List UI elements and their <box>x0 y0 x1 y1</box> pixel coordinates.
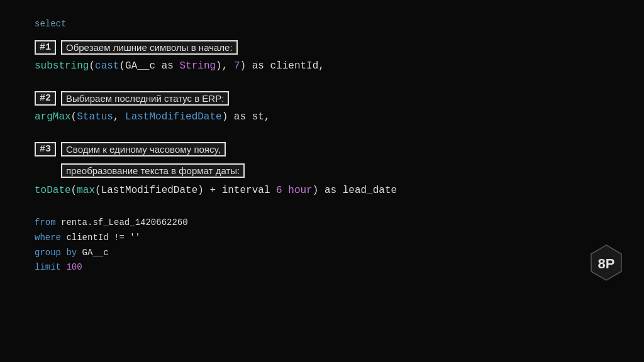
select-keyword: select <box>35 19 609 29</box>
groupby-keyword: group by <box>35 248 77 258</box>
comment-text-1: Обрезаем лишние символы в начале: <box>61 40 238 55</box>
code-line-3: toDate(max(LastModifiedDate) + interval … <box>35 183 609 198</box>
block-3: #3 Сводим к единому часовому поясу, прео… <box>35 142 609 198</box>
groupby-value: GA__c <box>77 248 108 258</box>
where-value: clientId != '' <box>61 233 140 243</box>
code-hour: hour <box>288 185 312 196</box>
comment-text-3a: Сводим к единому часовому поясу, <box>61 142 226 156</box>
limit-keyword: limit <box>35 262 61 272</box>
main-container: select #1 Обрезаем лишние символы в нача… <box>0 0 644 294</box>
from-keyword: from <box>35 217 56 228</box>
code-max: max <box>77 185 95 196</box>
block-2: #2 Выбираем последний статус в ERP: argM… <box>35 91 609 124</box>
badge-1: #1 <box>35 40 56 55</box>
comment-line-2: #2 Выбираем последний статус в ERP: <box>35 91 609 106</box>
limit-value: 100 <box>61 262 82 272</box>
footer-code: from renta.sf_Lead_1420662260 where clie… <box>35 216 609 275</box>
comment-text-2: Выбираем последний статус в ERP: <box>61 91 229 106</box>
logo-svg: 8P <box>587 244 625 282</box>
code-status: Status <box>77 111 113 123</box>
code-as-1: as <box>162 60 174 72</box>
comment-line-3b: преобразование текста в формат даты: <box>61 162 609 178</box>
badge-3: #3 <box>35 142 56 156</box>
comment-text-3b: преобразование текста в формат даты: <box>61 163 245 178</box>
code-lastmodified: LastModifiedDate <box>125 111 222 123</box>
code-cast: cast <box>95 60 119 72</box>
comment-line-1: #1 Обрезаем лишние символы в начале: <box>35 40 609 55</box>
code-todate: toDate <box>35 185 71 196</box>
comment-block-3: #3 Сводим к единому часовому поясу, прео… <box>35 142 609 178</box>
code-7: 7 <box>234 60 240 72</box>
logo-text: 8P <box>598 256 615 272</box>
footer-limit: limit 100 <box>35 260 609 275</box>
badge-2: #2 <box>35 91 56 106</box>
where-keyword: where <box>35 233 61 243</box>
from-value: renta.sf_Lead_1420662260 <box>56 217 188 228</box>
footer-where: where clientId != '' <box>35 231 609 246</box>
block-1: #1 Обрезаем лишние символы в начале: sub… <box>35 40 609 74</box>
logo-badge: 8P <box>587 244 625 282</box>
code-as-3: as <box>234 111 246 123</box>
code-substring: substring <box>35 60 89 72</box>
footer-groupby: group by GA__c <box>35 246 609 261</box>
code-string: String <box>179 60 216 72</box>
footer-from: from renta.sf_Lead_1420662260 <box>35 216 609 231</box>
code-line-1: substring(cast(GA__c as String), 7) as c… <box>35 58 609 74</box>
code-line-2: argMax(Status, LastModifiedDate) as st, <box>35 109 609 124</box>
code-as-4: as <box>325 185 336 196</box>
code-argmax: argMax <box>35 111 71 123</box>
code-6: 6 <box>276 185 282 196</box>
comment-line-3a: #3 Сводим к единому часовому поясу, <box>35 142 609 156</box>
code-as-2: as <box>252 60 264 72</box>
